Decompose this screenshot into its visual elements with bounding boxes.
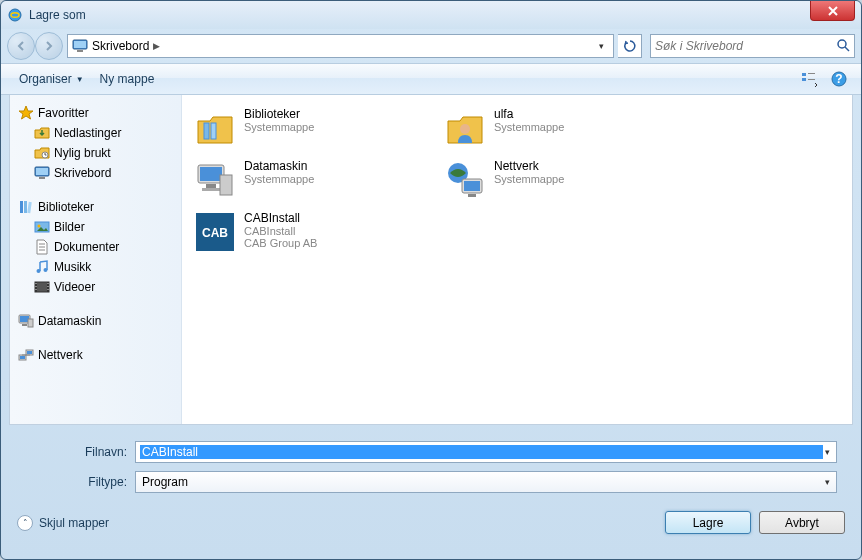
search-box[interactable] bbox=[650, 34, 855, 58]
sidebar-item-downloads[interactable]: Nedlastinger bbox=[14, 123, 177, 143]
svg-rect-3 bbox=[77, 50, 83, 52]
svg-rect-18 bbox=[27, 202, 32, 213]
svg-rect-29 bbox=[47, 283, 49, 284]
svg-rect-26 bbox=[35, 283, 37, 284]
file-subtitle: CABInstall bbox=[244, 225, 317, 237]
breadcrumb[interactable]: Skrivebord ▶ ▾ bbox=[67, 34, 614, 58]
sidebar-item-label: Nedlastinger bbox=[54, 126, 121, 140]
filename-input[interactable] bbox=[140, 445, 823, 459]
pictures-icon bbox=[34, 219, 50, 235]
sidebar-item-desktop[interactable]: Skrivebord bbox=[14, 163, 177, 183]
sidebar-item-documents[interactable]: Dokumenter bbox=[14, 237, 177, 257]
videos-icon bbox=[34, 279, 50, 295]
user-folder-icon bbox=[444, 107, 486, 149]
svg-text:?: ? bbox=[835, 72, 842, 86]
svg-rect-17 bbox=[24, 201, 27, 213]
file-item-cabinstall[interactable]: CAB CABInstall CABInstall CAB Group AB bbox=[190, 207, 440, 259]
save-button[interactable]: Lagre bbox=[665, 511, 751, 534]
file-name: Biblioteker bbox=[244, 107, 314, 121]
svg-point-20 bbox=[38, 225, 41, 228]
breadcrumb-history-dropdown[interactable]: ▾ bbox=[593, 38, 609, 54]
svg-text:CAB: CAB bbox=[202, 226, 228, 240]
network-icon bbox=[444, 159, 486, 201]
svg-rect-7 bbox=[802, 78, 806, 81]
sidebar: Favoritter Nedlastinger Nylig brukt Skri… bbox=[10, 95, 182, 424]
titlebar: Lagre som bbox=[1, 1, 861, 29]
footer: ˄ Skjul mapper Lagre Avbryt bbox=[1, 503, 861, 546]
cancel-button[interactable]: Avbryt bbox=[759, 511, 845, 534]
navbar: Skrivebord ▶ ▾ bbox=[1, 29, 861, 63]
sidebar-item-label: Dokumenter bbox=[54, 240, 119, 254]
forward-button[interactable] bbox=[35, 32, 63, 60]
sidebar-computer[interactable]: Datamaskin bbox=[14, 311, 177, 331]
network-label: Nettverk bbox=[38, 348, 83, 362]
svg-rect-41 bbox=[204, 123, 209, 139]
svg-rect-45 bbox=[200, 167, 222, 181]
svg-point-22 bbox=[44, 268, 48, 272]
bottom-panel: Filnavn: ▾ Filtype: Program ▾ bbox=[9, 431, 853, 503]
close-button[interactable] bbox=[810, 1, 855, 21]
sidebar-item-recent[interactable]: Nylig brukt bbox=[14, 143, 177, 163]
sidebar-libraries[interactable]: Biblioteker bbox=[14, 197, 177, 217]
breadcrumb-arrow-icon[interactable]: ▶ bbox=[153, 41, 160, 51]
file-item-libraries[interactable]: Biblioteker Systemmappe bbox=[190, 103, 440, 155]
star-icon bbox=[18, 105, 34, 121]
body-area: Favoritter Nedlastinger Nylig brukt Skri… bbox=[9, 95, 853, 425]
svg-rect-31 bbox=[47, 289, 49, 290]
refresh-button[interactable] bbox=[618, 34, 642, 58]
svg-rect-28 bbox=[35, 289, 37, 290]
ie-icon bbox=[7, 7, 23, 23]
desktop-icon bbox=[34, 165, 50, 181]
breadcrumb-text: Skrivebord bbox=[92, 39, 149, 53]
svg-rect-48 bbox=[220, 175, 232, 195]
svg-rect-51 bbox=[464, 181, 480, 191]
svg-rect-35 bbox=[28, 319, 33, 327]
file-subtitle: Systemmappe bbox=[244, 173, 314, 185]
search-icon[interactable] bbox=[836, 38, 850, 55]
filename-input-wrap[interactable]: ▾ bbox=[135, 441, 837, 463]
file-subtitle: Systemmappe bbox=[244, 121, 314, 133]
help-button[interactable]: ? bbox=[827, 67, 851, 91]
cab-app-icon: CAB bbox=[194, 211, 236, 253]
view-options-button[interactable] bbox=[797, 67, 821, 91]
sidebar-item-videos[interactable]: Videoer bbox=[14, 277, 177, 297]
sidebar-network[interactable]: Nettverk bbox=[14, 345, 177, 365]
filetype-combo[interactable]: Program ▾ bbox=[135, 471, 837, 493]
sidebar-item-label: Nylig brukt bbox=[54, 146, 111, 160]
file-item-user[interactable]: ulfa Systemmappe bbox=[440, 103, 690, 155]
organize-label: Organiser bbox=[19, 72, 72, 86]
svg-rect-37 bbox=[20, 356, 25, 359]
filename-row: Filnavn: ▾ bbox=[25, 441, 837, 463]
svg-rect-9 bbox=[808, 79, 815, 80]
search-input[interactable] bbox=[655, 39, 836, 53]
chevron-down-icon: ▼ bbox=[76, 75, 84, 84]
svg-rect-15 bbox=[39, 177, 45, 179]
svg-point-21 bbox=[37, 269, 41, 273]
file-name: CABInstall bbox=[244, 211, 317, 225]
window-title: Lagre som bbox=[29, 8, 86, 22]
save-as-dialog: Lagre som Skrivebord ▶ ▾ bbox=[0, 0, 862, 560]
organize-menu[interactable]: Organiser ▼ bbox=[11, 68, 92, 90]
sidebar-item-pictures[interactable]: Bilder bbox=[14, 217, 177, 237]
hide-folders-toggle[interactable]: ˄ Skjul mapper bbox=[17, 515, 109, 531]
sidebar-item-label: Videoer bbox=[54, 280, 95, 294]
back-button[interactable] bbox=[7, 32, 35, 60]
svg-rect-47 bbox=[202, 188, 220, 191]
file-item-computer[interactable]: Datamaskin Systemmappe bbox=[190, 155, 440, 207]
filename-label: Filnavn: bbox=[25, 445, 135, 459]
sidebar-favorites[interactable]: Favoritter bbox=[14, 103, 177, 123]
file-list: Biblioteker Systemmappe ulfa Systemmappe… bbox=[182, 95, 852, 424]
sidebar-item-label: Bilder bbox=[54, 220, 85, 234]
new-folder-button[interactable]: Ny mappe bbox=[92, 68, 163, 90]
file-name: Datamaskin bbox=[244, 159, 314, 173]
svg-rect-30 bbox=[47, 286, 49, 287]
svg-rect-6 bbox=[802, 73, 806, 76]
libraries-icon bbox=[18, 199, 34, 215]
network-icon bbox=[18, 347, 34, 363]
sidebar-item-music[interactable]: Musikk bbox=[14, 257, 177, 277]
desktop-icon bbox=[72, 38, 88, 54]
file-item-network[interactable]: Nettverk Systemmappe bbox=[440, 155, 690, 207]
sidebar-item-label: Musikk bbox=[54, 260, 91, 274]
filename-dropdown-icon[interactable]: ▾ bbox=[823, 447, 832, 457]
filetype-label: Filtype: bbox=[25, 475, 135, 489]
